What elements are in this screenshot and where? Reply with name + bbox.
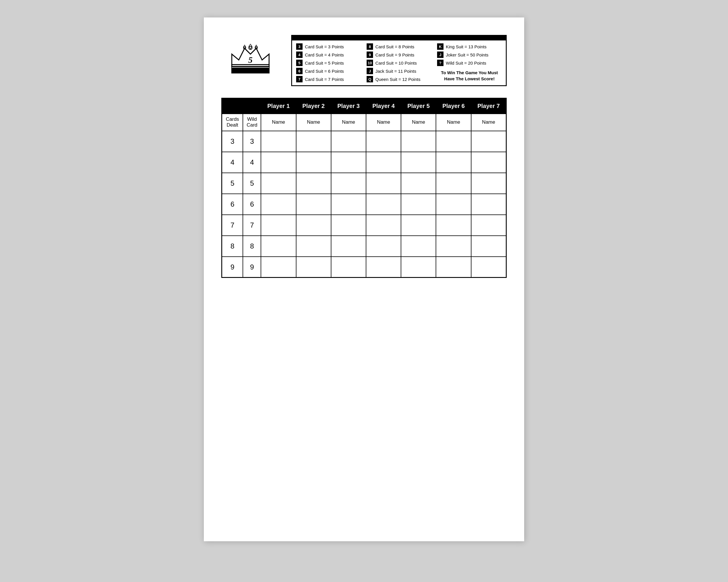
- score-input-cell[interactable]: [331, 215, 366, 236]
- player-name-cell-4[interactable]: Name: [366, 114, 401, 131]
- wild-card-label: WildCard: [243, 114, 261, 131]
- score-row: 4Card Suit = 4 Points: [296, 52, 361, 58]
- score-input-cell[interactable]: [261, 173, 296, 194]
- score-input-cell[interactable]: [401, 215, 436, 236]
- score-text: Card Suit = 4 Points: [305, 52, 344, 57]
- score-text: Wild Suit = 20 Points: [446, 60, 486, 65]
- logo-area: 5: [221, 41, 280, 80]
- score-input-cell[interactable]: [401, 152, 436, 173]
- wild-card-cell: 9: [243, 257, 261, 278]
- card-badge: 6: [296, 68, 303, 74]
- table-name-row: CardsDealt WildCard NameNameNameNameName…: [222, 114, 506, 131]
- score-input-cell[interactable]: [366, 152, 401, 173]
- score-input-cell[interactable]: [471, 152, 506, 173]
- score-row: 6Card Suit = 6 Points: [296, 68, 361, 74]
- score-row: 9Card Suit = 9 Points: [367, 52, 431, 58]
- score-input-cell[interactable]: [296, 215, 331, 236]
- score-row: 8Card Suit = 8 Points: [367, 44, 431, 50]
- card-badge: J: [367, 68, 373, 74]
- score-input-cell[interactable]: [436, 152, 471, 173]
- card-badge: 9: [367, 52, 373, 58]
- card-badge: 10: [367, 60, 373, 66]
- score-input-cell[interactable]: [296, 173, 331, 194]
- table-row: 88: [222, 236, 506, 257]
- score-input-cell[interactable]: [471, 173, 506, 194]
- score-input-cell[interactable]: [436, 236, 471, 257]
- card-badge: K: [437, 44, 443, 50]
- score-input-cell[interactable]: [296, 152, 331, 173]
- page: 5 3Card Suit = 3 Points4Card Suit = 4 Po…: [204, 18, 524, 541]
- score-input-cell[interactable]: [471, 194, 506, 215]
- score-input-cell[interactable]: [366, 236, 401, 257]
- score-input-cell[interactable]: [401, 194, 436, 215]
- score-input-cell[interactable]: [331, 194, 366, 215]
- score-row: 5Card Suit = 5 Points: [296, 60, 361, 66]
- player-name-cell-6[interactable]: Name: [436, 114, 471, 131]
- table-row: 55: [222, 173, 506, 194]
- score-input-cell[interactable]: [401, 131, 436, 152]
- score-input-cell[interactable]: [436, 173, 471, 194]
- score-input-cell[interactable]: [261, 236, 296, 257]
- score-input-cell[interactable]: [261, 194, 296, 215]
- wild-card-cell: 4: [243, 152, 261, 173]
- player-header-7: Player 7: [471, 99, 506, 114]
- score-input-cell[interactable]: [331, 152, 366, 173]
- score-input-cell[interactable]: [331, 236, 366, 257]
- card-badge: J: [437, 52, 443, 58]
- player-header-4: Player 4: [366, 99, 401, 114]
- score-input-cell[interactable]: [401, 236, 436, 257]
- score-text: Card Suit = 6 Points: [305, 69, 344, 74]
- score-input-cell[interactable]: [331, 257, 366, 278]
- score-text: Card Suit = 7 Points: [305, 77, 344, 82]
- score-input-cell[interactable]: [366, 173, 401, 194]
- win-note: To Win The Game You MustHave The Lowest …: [437, 70, 502, 82]
- score-input-cell[interactable]: [296, 194, 331, 215]
- score-input-cell[interactable]: [401, 173, 436, 194]
- player-name-cell-2[interactable]: Name: [296, 114, 331, 131]
- score-input-cell[interactable]: [436, 131, 471, 152]
- score-row: 3Card Suit = 3 Points: [296, 44, 361, 50]
- score-table-wrapper: Player 1Player 2Player 3Player 4Player 5…: [221, 98, 507, 278]
- score-input-cell[interactable]: [366, 215, 401, 236]
- score-input-cell[interactable]: [436, 215, 471, 236]
- score-input-cell[interactable]: [331, 173, 366, 194]
- score-input-cell[interactable]: [261, 257, 296, 278]
- cards-dealt-cell: 3: [222, 131, 243, 152]
- score-text: Card Suit = 10 Points: [375, 60, 417, 65]
- score-input-cell[interactable]: [401, 257, 436, 278]
- score-input-cell[interactable]: [436, 194, 471, 215]
- score-input-cell[interactable]: [471, 131, 506, 152]
- score-guide-title: [292, 36, 506, 40]
- player-name-cell-3[interactable]: Name: [331, 114, 366, 131]
- player-header-6: Player 6: [436, 99, 471, 114]
- score-input-cell[interactable]: [261, 131, 296, 152]
- score-input-cell[interactable]: [261, 215, 296, 236]
- score-row: 10Card Suit = 10 Points: [367, 60, 431, 66]
- player-name-cell-1[interactable]: Name: [261, 114, 296, 131]
- score-text: Joker Suit = 50 Points: [446, 52, 488, 57]
- score-input-cell[interactable]: [366, 131, 401, 152]
- score-input-cell[interactable]: [366, 257, 401, 278]
- score-input-cell[interactable]: [296, 236, 331, 257]
- score-input-cell[interactable]: [331, 131, 366, 152]
- score-input-cell[interactable]: [436, 257, 471, 278]
- score-input-cell[interactable]: [471, 257, 506, 278]
- score-input-cell[interactable]: [471, 236, 506, 257]
- score-input-cell[interactable]: [471, 215, 506, 236]
- player-header-2: Player 2: [296, 99, 331, 114]
- score-input-cell[interactable]: [296, 257, 331, 278]
- score-input-cell[interactable]: [261, 152, 296, 173]
- table-row: 99: [222, 257, 506, 278]
- player-name-cell-7[interactable]: Name: [471, 114, 506, 131]
- crown-logo-svg: 5: [227, 41, 274, 79]
- score-guide-body: 3Card Suit = 3 Points4Card Suit = 4 Poin…: [292, 40, 506, 85]
- card-badge: 8: [367, 44, 373, 50]
- score-input-cell[interactable]: [366, 194, 401, 215]
- wild-card-cell: 7: [243, 215, 261, 236]
- player-name-cell-5[interactable]: Name: [401, 114, 436, 131]
- card-badge: 7: [296, 76, 303, 82]
- score-text: Card Suit = 9 Points: [375, 52, 414, 57]
- cards-dealt-cell: 4: [222, 152, 243, 173]
- cards-dealt-cell: 9: [222, 257, 243, 278]
- score-input-cell[interactable]: [296, 131, 331, 152]
